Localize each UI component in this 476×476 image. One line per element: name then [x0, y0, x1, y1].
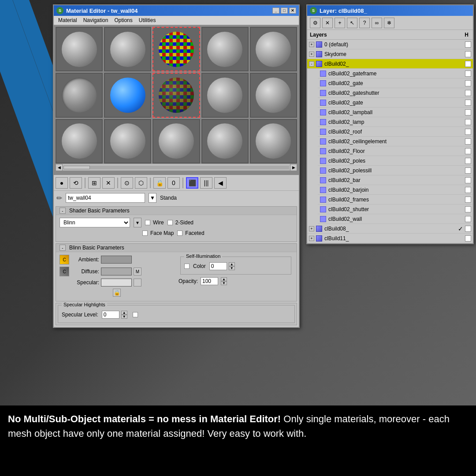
layer-item-shutter[interactable]: clBuild02_shutter	[318, 205, 473, 214]
facemap-checkbox[interactable]	[142, 231, 148, 236]
twosided-checkbox[interactable]	[167, 220, 173, 225]
menu-utilities[interactable]: Utilities	[136, 17, 159, 24]
sphere-cell-11[interactable]	[56, 119, 103, 164]
layer-check-barjoin[interactable]	[465, 187, 471, 193]
toolbar-btn-lib[interactable]: ⬡	[135, 177, 147, 189]
sphere-cell-3-active[interactable]	[152, 27, 200, 71]
close-button[interactable]: ✕	[289, 7, 296, 14]
toolbar-btn-material[interactable]: ⬛	[186, 177, 198, 189]
layer-tb-freeze[interactable]: ❄	[384, 18, 394, 28]
toolbar-btn-video[interactable]: ◀	[214, 177, 227, 189]
layer-check-ceiling[interactable]	[465, 138, 471, 145]
blinn-section-header[interactable]: - Blinn Basic Parameters	[56, 244, 297, 252]
spec-level-down[interactable]: ▼	[121, 315, 127, 319]
maximize-button[interactable]: □	[281, 7, 288, 14]
shader-section-header[interactable]: - Shader Basic Parameters	[56, 207, 297, 215]
layer-item-floor[interactable]: clBuild02_Floor	[318, 146, 473, 156]
toolbar-btn-graph[interactable]: |||	[200, 177, 212, 189]
layer-item-wall[interactable]: clBuild02_wall	[318, 214, 473, 224]
ambient-swatch[interactable]	[101, 256, 132, 264]
layer-check-wall[interactable]	[465, 216, 471, 222]
layer-item-clbuild11[interactable]: + clBuild11_	[307, 234, 473, 243]
layer-expand-0default[interactable]: +	[309, 42, 314, 47]
layer-item-clbuild08[interactable]: + clBuild08_ ✓	[307, 224, 473, 234]
diffuse-swatch[interactable]	[101, 268, 132, 275]
layer-item-ceiling[interactable]: clBuild02_ceilingelement	[318, 137, 473, 146]
layer-check-clbuild02[interactable]	[465, 61, 471, 67]
sphere-cell-12[interactable]	[104, 119, 151, 164]
spec-level-check[interactable]	[133, 312, 138, 317]
layer-item-poles[interactable]: clBuild02_poles	[318, 156, 473, 166]
layer-check-poles[interactable]	[465, 158, 471, 164]
self-illum-value[interactable]	[209, 262, 227, 270]
layer-tb-cursor[interactable]: ↖	[347, 18, 357, 28]
layer-expand-skydome[interactable]: +	[309, 52, 314, 57]
diffuse-map-btn[interactable]: M	[134, 268, 141, 275]
layer-check-bar[interactable]	[465, 177, 471, 183]
layer-check-0default[interactable]	[465, 41, 471, 48]
layer-item-polessill[interactable]: clBuild02_polessill	[318, 166, 473, 175]
specular-swatch[interactable]	[101, 279, 132, 286]
material-name-input[interactable]: tw_wall04	[66, 193, 145, 203]
sphere-cell-15[interactable]	[250, 119, 297, 164]
toolbar-btn-sphere[interactable]: ●	[56, 177, 68, 189]
sphere-cell-10[interactable]	[250, 73, 297, 117]
sphere-cell-6[interactable]	[56, 73, 103, 117]
layer-item-gateshutter[interactable]: clBuild02_gateshutter	[318, 88, 473, 98]
layer-check-lampball[interactable]	[465, 109, 471, 115]
layer-check-lamp[interactable]	[465, 119, 471, 125]
sphere-cell-5[interactable]	[250, 27, 297, 71]
menu-navigation[interactable]: Navigation	[81, 17, 111, 24]
horizontal-scrollbar[interactable]: ◀ ▶	[56, 164, 297, 171]
layer-item-gateframe[interactable]: clBuild02_gateframe	[318, 69, 473, 78]
layer-check-floor[interactable]	[465, 148, 471, 154]
opacity-down[interactable]: ▼	[221, 281, 227, 285]
self-illum-up[interactable]: ▲	[229, 262, 235, 266]
layer-check-gateframe[interactable]	[465, 71, 471, 77]
sphere-cell-1[interactable]	[56, 27, 103, 71]
layer-item-bar[interactable]: clBuild02_bar	[318, 175, 473, 185]
layer-check-frames[interactable]	[465, 197, 471, 203]
layer-item-roof[interactable]: clBuild02_roof	[318, 127, 473, 137]
toolbar-btn-lock[interactable]: 🔒	[153, 177, 166, 189]
layer-expand-clbuild02[interactable]: -	[309, 61, 314, 67]
blinn-collapse-btn[interactable]: -	[60, 245, 66, 251]
layer-check-skydome[interactable]	[465, 51, 471, 57]
toolbar-btn-pick[interactable]: ⊙	[121, 177, 133, 189]
layer-expand-clbuild11[interactable]: +	[309, 236, 314, 241]
layer-item-frames[interactable]: clBuild02_frames	[318, 195, 473, 205]
layer-tb-help[interactable]: ?	[359, 18, 370, 28]
layer-check-gate2[interactable]	[465, 100, 471, 106]
spec-level-value[interactable]	[102, 311, 119, 319]
sphere-cell-9[interactable]	[201, 73, 249, 117]
specular-map-btn[interactable]	[134, 279, 141, 286]
layer-item-clbuild02[interactable]: - clBuild02_	[307, 59, 473, 69]
scroll-left-btn[interactable]: ◀	[56, 164, 63, 171]
lock-button[interactable]: 🔒	[113, 289, 121, 297]
faceted-checkbox[interactable]	[177, 231, 182, 236]
layer-check-roof[interactable]	[465, 129, 471, 135]
sphere-cell-2[interactable]	[104, 27, 151, 71]
scroll-track[interactable]	[63, 166, 289, 169]
layer-check-clbuild08[interactable]	[465, 226, 471, 232]
layer-check-polessill[interactable]	[465, 167, 471, 174]
scroll-right-btn[interactable]: ▶	[290, 164, 297, 171]
sphere-cell-8-active[interactable]	[152, 73, 200, 117]
layer-tb-settings[interactable]: ⚙	[310, 18, 320, 28]
opacity-up[interactable]: ▲	[221, 277, 227, 281]
layer-item-lampball[interactable]: clBuild02_lampball	[318, 108, 473, 117]
shader-type-select[interactable]: Blinn	[60, 218, 130, 227]
layer-check-gateshutter[interactable]	[465, 90, 471, 96]
menu-options[interactable]: Options	[112, 17, 135, 24]
sphere-cell-7[interactable]	[104, 73, 151, 117]
toolbar-btn-delete[interactable]: ✕	[102, 177, 115, 189]
spec-level-up[interactable]: ▲	[121, 311, 127, 315]
toolbar-btn-reset[interactable]: ⟲	[70, 177, 82, 189]
layer-check-shutter[interactable]	[465, 206, 471, 212]
menu-material[interactable]: Material	[56, 17, 80, 24]
layer-item-lamp[interactable]: clBuild02_lamp	[318, 117, 473, 127]
layer-item-skydome[interactable]: + Skydome	[307, 49, 473, 59]
scroll-thumb[interactable]	[63, 166, 90, 169]
layer-item-0default[interactable]: + 0 (default)	[307, 40, 473, 49]
self-illum-down[interactable]: ▼	[229, 266, 235, 270]
